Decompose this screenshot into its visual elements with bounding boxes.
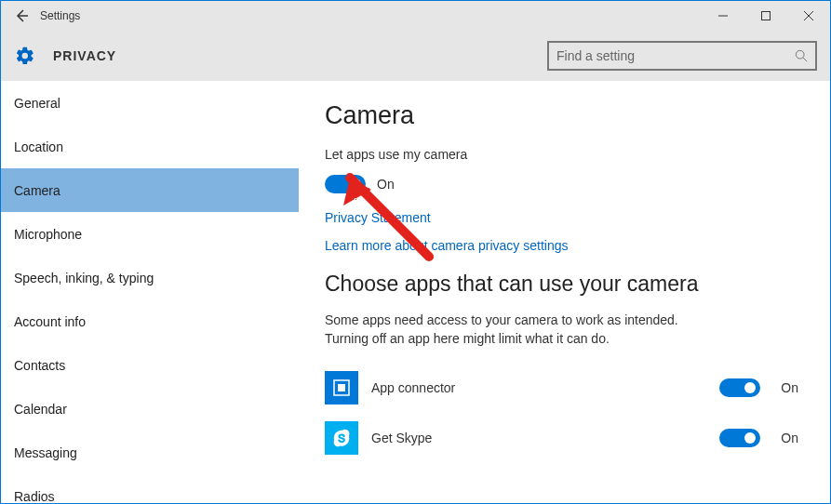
search-icon: [787, 49, 815, 62]
maximize-button[interactable]: [744, 1, 787, 31]
search-input[interactable]: [549, 48, 787, 63]
sidebar-item-label: Messaging: [14, 445, 77, 460]
app-toggle[interactable]: [719, 429, 760, 447]
app-name: App connector: [358, 380, 719, 395]
back-button[interactable]: [7, 1, 36, 31]
master-toggle-row: On: [325, 175, 804, 193]
close-button[interactable]: [787, 1, 830, 31]
app-row: Get Skype On: [325, 417, 804, 459]
header: PRIVACY: [1, 31, 830, 81]
title-bar: Settings: [1, 1, 830, 31]
search-box[interactable]: [547, 41, 817, 71]
privacy-statement-link[interactable]: Privacy Statement: [325, 210, 804, 225]
sidebar-item-general[interactable]: General: [1, 81, 299, 125]
sidebar-item-calendar[interactable]: Calendar: [1, 387, 299, 431]
sidebar-item-label: Location: [14, 139, 63, 154]
sidebar: General Location Camera Microphone Speec…: [1, 81, 299, 503]
sidebar-item-camera[interactable]: Camera: [1, 168, 299, 212]
let-apps-label: Let apps use my camera: [325, 147, 804, 162]
window-title: Settings: [36, 9, 80, 22]
sidebar-item-label: Camera: [14, 183, 60, 198]
svg-rect-7: [338, 384, 345, 391]
learn-more-link[interactable]: Learn more about camera privacy settings: [325, 238, 804, 253]
sidebar-item-account-info[interactable]: Account info: [1, 299, 299, 343]
sidebar-item-speech[interactable]: Speech, inking, & typing: [1, 256, 299, 299]
master-toggle[interactable]: [325, 175, 366, 193]
master-toggle-state: On: [366, 177, 395, 192]
sidebar-item-label: Account info: [14, 314, 86, 329]
app-name: Get Skype: [358, 431, 719, 445]
app-connector-icon: [325, 371, 358, 405]
sidebar-item-label: Speech, inking, & typing: [14, 271, 154, 285]
gear-icon: [14, 45, 36, 67]
minimize-button[interactable]: [702, 1, 744, 31]
sidebar-item-label: Microphone: [14, 227, 82, 242]
sidebar-item-label: Calendar: [14, 402, 67, 417]
app-toggle-state: On: [770, 380, 798, 395]
sidebar-item-label: Contacts: [14, 358, 65, 373]
skype-icon: [325, 421, 358, 455]
app-toggle-state: On: [770, 431, 798, 445]
sidebar-item-messaging[interactable]: Messaging: [1, 431, 299, 474]
content: Camera Let apps use my camera On Privacy…: [299, 81, 830, 503]
section-label: PRIVACY: [36, 48, 116, 63]
choose-apps-desc: Some apps need access to your camera to …: [325, 312, 716, 348]
app-toggle[interactable]: [719, 378, 760, 397]
svg-line-5: [803, 58, 807, 61]
sidebar-item-radios[interactable]: Radios: [1, 474, 299, 503]
sidebar-item-label: General: [14, 96, 60, 111]
sidebar-item-contacts[interactable]: Contacts: [1, 343, 299, 387]
sidebar-item-label: Radios: [14, 489, 55, 504]
sidebar-item-location[interactable]: Location: [1, 125, 299, 168]
page-title: Camera: [325, 101, 804, 130]
choose-apps-title: Choose apps that can use your camera: [325, 272, 804, 297]
sidebar-item-microphone[interactable]: Microphone: [1, 212, 299, 256]
svg-rect-1: [762, 12, 771, 20]
app-row: App connector On: [325, 366, 804, 409]
